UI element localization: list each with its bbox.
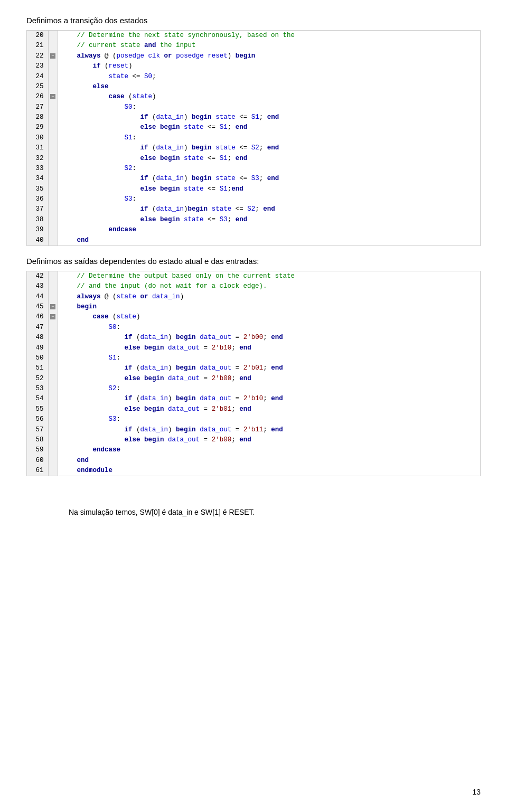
line-fold (48, 41, 58, 51)
line-code: state <= S0; (58, 72, 480, 82)
line-code: if (data_in)begin state <= S2; end (58, 204, 480, 214)
line-code: if (data_in) begin data_out = 2'b00; end (58, 333, 480, 343)
line-number: 38 (27, 215, 48, 225)
line-fold (48, 456, 58, 466)
line-fold (48, 333, 58, 343)
line-code: else (58, 82, 480, 92)
line-fold[interactable]: − (48, 302, 58, 312)
line-number: 48 (27, 333, 48, 343)
line-number: 56 (27, 414, 48, 424)
line-fold (48, 292, 58, 302)
line-code: else begin data_out = 2'b01; end (58, 404, 480, 414)
line-number: 30 (27, 133, 48, 143)
line-number: 49 (27, 343, 48, 353)
line-fold (48, 72, 58, 82)
line-code: else begin state <= S1; end (58, 122, 480, 133)
line-number: 21 (27, 41, 48, 51)
line-fold[interactable]: − (48, 51, 58, 61)
line-number: 25 (27, 82, 48, 92)
line-number: 61 (27, 466, 48, 476)
line-number: 36 (27, 194, 48, 204)
line-number: 29 (27, 122, 48, 133)
line-fold (48, 435, 58, 445)
bottom-note: Na simulação temos, SW[0] é data_in e SW… (26, 508, 481, 516)
line-code: if (data_in) begin state <= S1; end (58, 112, 480, 122)
line-number: 26 (27, 92, 48, 102)
line-fold[interactable]: − (48, 92, 58, 102)
line-code: else begin data_out = 2'b00; end (58, 435, 480, 445)
line-fold (48, 164, 58, 174)
line-fold (48, 133, 58, 143)
line-number: 28 (27, 112, 48, 122)
line-fold (48, 112, 58, 122)
line-code: if (data_in) begin data_out = 2'b11; end (58, 425, 480, 435)
line-fold (48, 281, 58, 291)
line-code: S3: (58, 414, 480, 424)
line-number: 46 (27, 312, 48, 322)
line-fold (48, 82, 58, 92)
code-block-2: 42 // Determine the output based only on… (26, 271, 481, 477)
line-number: 34 (27, 174, 48, 184)
line-fold (48, 323, 58, 333)
line-fold (48, 343, 58, 353)
line-number: 57 (27, 425, 48, 435)
line-number: 33 (27, 164, 48, 174)
line-number: 35 (27, 184, 48, 194)
line-code: // and the input (do not wait for a cloc… (58, 281, 480, 291)
line-code: else begin data_out = 2'b00; end (58, 374, 480, 384)
line-number: 32 (27, 154, 48, 164)
line-code: S2: (58, 384, 480, 394)
line-fold (48, 271, 58, 281)
page-content: Definimos a transição dos estados 20 // … (0, 0, 507, 548)
line-code: if (data_in) begin data_out = 2'b10; end (58, 394, 480, 404)
line-code: S1: (58, 133, 480, 143)
line-fold (48, 374, 58, 384)
section1-title: Definimos a transição dos estados (26, 16, 481, 25)
line-fold (48, 235, 58, 246)
line-number: 20 (27, 31, 48, 41)
line-fold (48, 194, 58, 204)
line-fold (48, 204, 58, 214)
line-code: begin (58, 302, 480, 312)
line-fold (48, 122, 58, 133)
line-code: end (58, 456, 480, 466)
line-number: 37 (27, 204, 48, 214)
line-number: 27 (27, 102, 48, 112)
line-fold (48, 61, 58, 71)
line-number: 23 (27, 61, 48, 71)
line-fold (48, 363, 58, 373)
line-number: 59 (27, 445, 48, 455)
line-fold (48, 394, 58, 404)
line-fold[interactable]: − (48, 312, 58, 322)
line-number: 55 (27, 404, 48, 414)
line-code: else begin state <= S3; end (58, 215, 480, 225)
line-number: 44 (27, 292, 48, 302)
line-fold (48, 143, 58, 153)
line-code: end (58, 235, 480, 246)
line-code: else begin state <= S1;end (58, 184, 480, 194)
line-fold (48, 31, 58, 41)
line-code: S3: (58, 194, 480, 204)
line-code: S1: (58, 353, 480, 363)
line-code: if (reset) (58, 61, 480, 71)
line-fold (48, 466, 58, 476)
line-code: else begin state <= S1; end (58, 154, 480, 164)
line-fold (48, 215, 58, 225)
line-code: if (data_in) begin data_out = 2'b01; end (58, 363, 480, 373)
line-code: case (state) (58, 312, 480, 322)
line-number: 52 (27, 374, 48, 384)
line-fold (48, 225, 58, 235)
line-code: // current state and the input (58, 41, 480, 51)
line-number: 54 (27, 394, 48, 404)
line-code: else begin data_out = 2'b10; end (58, 343, 480, 353)
page-number: 13 (472, 788, 481, 796)
line-code: always @ (state or data_in) (58, 292, 480, 302)
line-fold (48, 384, 58, 394)
line-number: 39 (27, 225, 48, 235)
line-number: 45 (27, 302, 48, 312)
line-code: endcase (58, 445, 480, 455)
line-fold (48, 404, 58, 414)
line-code: S2: (58, 164, 480, 174)
line-code: endmodule (58, 466, 480, 476)
line-number: 24 (27, 72, 48, 82)
